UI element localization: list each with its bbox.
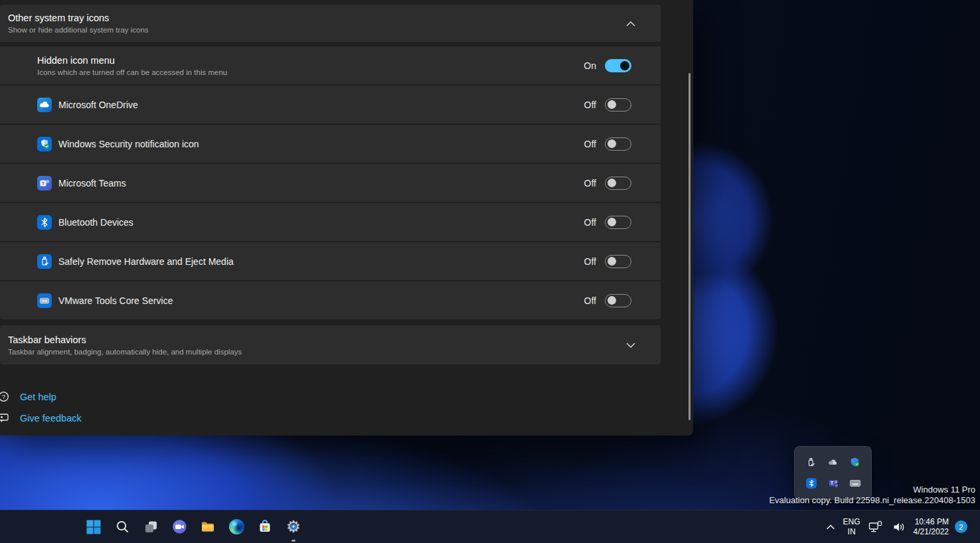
section-subtitle: Taskbar alignment, badging, automaticall… [8, 347, 242, 356]
store-icon [257, 519, 273, 535]
show-hidden-icons-chevron[interactable] [824, 522, 837, 532]
get-help-link[interactable]: ? Get help [0, 388, 56, 406]
feedback-icon [0, 412, 9, 424]
safely-remove-toggle[interactable] [605, 255, 631, 268]
taskbar-tray: ENG IN 10:46 PM 4/21/2022 2 [824, 510, 980, 543]
task-view-icon [143, 519, 159, 534]
volume-button[interactable] [890, 518, 908, 536]
network-icon [868, 520, 882, 534]
search-button[interactable] [110, 515, 134, 539]
usb-eject-icon[interactable] [805, 457, 817, 469]
section-title: Other system tray icons [8, 12, 149, 25]
notification-badge[interactable]: 2 [955, 520, 967, 533]
row-label: Safely Remove Hardware and Eject Media [58, 256, 234, 267]
start-button[interactable] [82, 515, 106, 539]
toggle-state-label: Off [584, 178, 596, 189]
edge-icon [229, 519, 244, 534]
help-icon: ? [0, 391, 9, 402]
toggle-state-label: Off [584, 256, 596, 267]
give-feedback-link[interactable]: Give feedback [0, 409, 82, 427]
windows-watermark: Windows 11 Pro Evaluation copy. Build 22… [769, 485, 975, 505]
table-row: Windows Security notification icon Off [0, 125, 661, 163]
row-label: Windows Security notification icon [58, 139, 199, 149]
date-label: 4/21/2022 [914, 527, 949, 537]
svg-text:vm: vm [42, 299, 47, 303]
onedrive-icon [37, 98, 52, 112]
hidden-icon-menu-toggle[interactable] [605, 59, 631, 72]
row-label: VMware Tools Core Service [58, 295, 173, 306]
edge-button[interactable] [224, 515, 248, 539]
task-view-button[interactable] [139, 515, 163, 539]
toggle-state-label: Off [584, 217, 596, 228]
bluetooth-toggle[interactable] [605, 216, 631, 229]
hidden-icon-menu-row: Hidden icon menu Icons which are turned … [0, 46, 661, 84]
toggle-state-label: Off [584, 295, 596, 306]
row-label: Microsoft OneDrive [58, 100, 138, 110]
active-app-indicator [291, 540, 295, 542]
watermark-build: Evaluation copy. Build 22598.ni_release.… [769, 495, 975, 506]
table-row: T Microsoft Teams Off [0, 164, 661, 202]
teams-icon: T [37, 176, 52, 191]
clock[interactable]: 10:46 PM 4/21/2022 [914, 517, 949, 537]
settings-window: Other system tray icons Show or hide add… [0, 0, 693, 435]
row-title: Hidden icon menu [37, 54, 227, 66]
windows-security-icon[interactable] [849, 457, 861, 469]
link-label: Give feedback [20, 413, 82, 424]
store-button[interactable] [253, 515, 277, 539]
table-row: Safely Remove Hardware and Eject Media O… [0, 242, 661, 280]
toggle-state-label: On [584, 60, 596, 71]
svg-text:T: T [42, 180, 45, 186]
gear-icon: ⚙ [285, 518, 302, 536]
teams-toggle[interactable] [605, 177, 631, 190]
network-button[interactable] [866, 518, 884, 536]
time-label: 10:46 PM [914, 517, 949, 527]
language-region: IN [843, 527, 860, 537]
settings-button[interactable]: ⚙ [282, 515, 305, 539]
vmware-toggle[interactable] [605, 294, 631, 307]
chevron-up-icon [826, 524, 835, 530]
toggle-state-label: Off [584, 100, 596, 110]
row-subtitle: Icons which are turned off can be access… [37, 67, 227, 77]
windows-security-icon [37, 137, 52, 151]
svg-text:?: ? [2, 394, 5, 400]
windows-logo-icon [86, 520, 101, 534]
bluetooth-icon [37, 215, 52, 230]
table-row: Bluetooth Devices Off [0, 203, 661, 241]
vmware-icon: vm [37, 293, 52, 308]
language-code: ENG [843, 517, 860, 527]
taskbar: ⚙ ENG IN [0, 510, 980, 543]
chat-button[interactable] [167, 515, 191, 539]
table-row: vm VMware Tools Core Service Off [0, 281, 661, 319]
link-label: Get help [20, 392, 56, 402]
chat-icon [172, 519, 187, 534]
onedrive-toggle[interactable] [605, 98, 631, 112]
row-label: Microsoft Teams [58, 178, 126, 189]
other-tray-icons-expander[interactable]: Other system tray icons Show or hide add… [0, 5, 661, 42]
language-indicator[interactable]: ENG IN [843, 517, 860, 537]
watermark-edition: Windows 11 Pro [769, 485, 975, 495]
search-icon [116, 520, 129, 534]
usb-eject-icon [37, 254, 52, 269]
section-title: Taskbar behaviors [8, 333, 242, 346]
windows-security-toggle[interactable] [605, 137, 631, 151]
onedrive-icon[interactable] [827, 457, 839, 469]
taskbar-apps: ⚙ [82, 510, 305, 543]
chevron-down-icon[interactable] [626, 339, 635, 351]
chevron-up-icon[interactable] [626, 17, 635, 29]
row-label: Bluetooth Devices [58, 217, 133, 228]
folder-icon [200, 519, 216, 535]
taskbar-behaviors-expander[interactable]: Taskbar behaviors Taskbar alignment, bad… [0, 325, 661, 364]
section-subtitle: Show or hide additional system tray icon… [8, 25, 149, 35]
scrollbar[interactable] [689, 73, 691, 420]
speaker-icon [892, 520, 906, 534]
file-explorer-button[interactable] [196, 515, 220, 539]
toggle-state-label: Off [584, 139, 596, 149]
table-row: Microsoft OneDrive Off [0, 86, 661, 123]
